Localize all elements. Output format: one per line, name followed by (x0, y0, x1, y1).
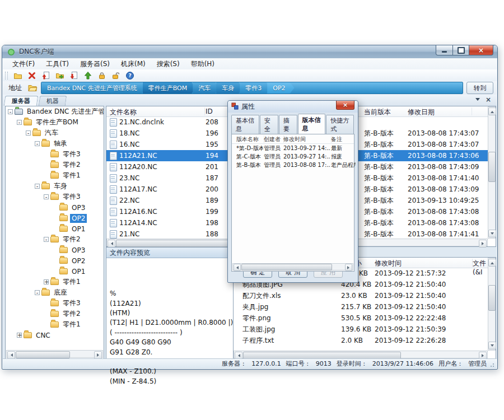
tree-node[interactable]: - 车身 (6, 181, 104, 192)
minimize-button[interactable] (436, 45, 453, 55)
new-folder-icon[interactable] (13, 71, 23, 80)
go-button[interactable]: 转到 (466, 82, 493, 94)
tree-expander[interactable] (53, 216, 58, 221)
tree-node[interactable]: + 零件1 (6, 277, 104, 287)
tree-expander[interactable] (44, 152, 49, 157)
tree-expander[interactable]: - (44, 237, 49, 242)
tree-node[interactable]: - 底座 (6, 287, 104, 298)
breadcrumb-segment[interactable]: 汽车 (193, 82, 220, 94)
version-row[interactable]: *第-D-版本 管理员 2013-09-27 14:... 最新 (232, 144, 354, 152)
tree-node[interactable]: - 零件3 (6, 192, 104, 202)
tree-node[interactable]: OP2 (6, 213, 104, 223)
version-row[interactable]: 第-B-版本 管理员 2013-08-08 17:... 老产品程序 (232, 161, 354, 169)
column-modify-time[interactable]: 修改时间 (283, 136, 332, 143)
help-icon[interactable]: ? (125, 71, 135, 80)
resize-grip[interactable] (490, 362, 496, 367)
tree-expander[interactable] (44, 301, 49, 306)
dialog-tab[interactable]: 版本信息 (298, 114, 326, 134)
breadcrumb-segment[interactable]: 车身 (216, 82, 243, 94)
attachments-hscrollbar[interactable] (234, 351, 488, 358)
breadcrumb-segment[interactable]: 零件3 (240, 82, 270, 94)
menu-item[interactable]: 搜索(S) (152, 58, 185, 70)
close-button[interactable]: × (469, 45, 493, 55)
close-panel-icon[interactable]: × (486, 96, 491, 103)
tree-node[interactable]: - 轴承 (6, 138, 104, 149)
tree-node[interactable]: - 零件2 (6, 234, 104, 245)
tree-node[interactable]: + CNC (6, 330, 104, 340)
menu-item[interactable]: 机床(M) (116, 58, 151, 70)
tree-node[interactable]: - Bandex DNC 先进生产管理系统 (6, 106, 104, 117)
tree-expander[interactable]: - (17, 120, 22, 125)
menu-item[interactable]: 帮助(H) (186, 58, 220, 70)
tree-node[interactable]: 零件2 (6, 160, 104, 170)
tree-node[interactable]: - 汽车 (6, 128, 104, 138)
tree-expander[interactable]: - (35, 290, 40, 295)
attachment-row[interactable]: 夹具.jpg 215.7 KB 2013-09-12 21:50:40 (234, 301, 488, 312)
title-bar[interactable]: DNC客户端 (2, 45, 497, 58)
menu-item[interactable]: 工具(T) (41, 58, 74, 70)
maximize-button[interactable] (453, 45, 469, 55)
tree-expander[interactable] (53, 258, 58, 263)
tree-node[interactable]: OP3 (6, 245, 104, 255)
panel-tab[interactable]: 机器 (39, 96, 67, 106)
dialog-tab[interactable]: 快捷方式 (326, 115, 354, 134)
column-version-name[interactable]: 版本名称 (236, 136, 264, 143)
tree-hscrollbar[interactable] (6, 350, 103, 358)
column-modified-date[interactable]: 修改日期 (408, 108, 472, 115)
tree-expander[interactable]: - (35, 184, 40, 189)
lock-icon[interactable] (97, 71, 107, 80)
tree-expander[interactable]: + (44, 279, 49, 284)
attachments-vscrollbar[interactable] (488, 258, 496, 351)
check-in-file-icon[interactable] (41, 71, 51, 80)
tree-expander[interactable] (53, 226, 58, 231)
tree-node[interactable]: 零件3 (6, 149, 104, 160)
breadcrumb-segment[interactable]: Bandex DNC 先进生产管理系统 (41, 82, 146, 94)
tree-node[interactable]: OP2 (6, 255, 104, 266)
breadcrumb-segment[interactable]: OP2 (267, 82, 294, 94)
unlock-icon[interactable] (111, 71, 121, 80)
column-note[interactable]: 备注 (331, 136, 355, 143)
breadcrumb-segment[interactable]: 零件生产BOM (143, 82, 197, 94)
tree-expander[interactable] (44, 173, 49, 178)
tree-expander[interactable]: - (26, 130, 31, 136)
tree-expander[interactable] (53, 205, 58, 210)
upload-icon[interactable] (83, 71, 93, 80)
file-list-vscrollbar[interactable] (488, 106, 496, 239)
tree-expander[interactable] (44, 162, 49, 167)
menu-item[interactable]: 服务器(S) (75, 58, 115, 70)
tree-node[interactable]: 零件2 (6, 309, 104, 319)
tree-node[interactable]: 零件1 (6, 319, 104, 330)
check-out-file-icon[interactable] (69, 71, 79, 80)
tree-expander[interactable] (53, 269, 58, 274)
tree-expander[interactable] (44, 322, 49, 327)
menu-item[interactable]: 文件(F) (7, 58, 40, 70)
tree-expander[interactable]: - (44, 194, 49, 199)
tree-expander[interactable]: + (17, 333, 22, 338)
dialog-tab[interactable]: 基本信息 (231, 115, 259, 134)
tree-node[interactable]: - 零件生产BOM (6, 117, 104, 128)
delete-icon[interactable] (27, 71, 37, 80)
dialog-tab[interactable]: 安全 (260, 115, 278, 134)
send-to-folder-icon[interactable] (55, 71, 65, 80)
version-list-hscrollbar[interactable] (232, 263, 353, 270)
dialog-close-button[interactable]: × (336, 101, 354, 110)
tree-node[interactable]: OP1 (6, 223, 104, 234)
version-row[interactable]: 第-C-版本 管理员 2013-09-27 14:... 报废 (232, 152, 354, 161)
tree-expander[interactable] (53, 248, 58, 253)
column-modified-time[interactable]: 修改时间 (375, 259, 473, 267)
dialog-tab[interactable]: 摘要 (279, 115, 297, 134)
column-creator[interactable]: 创建者 (264, 136, 284, 143)
tree-node[interactable]: 零件3 (6, 298, 104, 309)
toolbar-grip[interactable] (5, 72, 8, 80)
tree-node[interactable]: OP3 (6, 202, 104, 213)
attachment-row[interactable]: 子程序.txt 2.0 KB 2013-09-12 22:26:28 (234, 335, 488, 346)
attachment-row[interactable]: 工装图.jpg 139.6 KB 2013-09-12 21:50:39 (234, 324, 488, 335)
panel-tab[interactable]: 服务器 (4, 96, 39, 106)
tree-node[interactable]: 零件1 (6, 170, 104, 181)
chevron-down-icon[interactable] (475, 98, 480, 103)
column-file-name[interactable]: 文件名称 (110, 108, 205, 115)
tree-node[interactable]: OP1 (6, 266, 104, 277)
tree-expander[interactable] (44, 311, 49, 316)
attachment-row[interactable]: 配刀文件.xls 23.0 KB 2013-09-12 21:50:40 (234, 290, 488, 301)
attachment-row[interactable]: 零件.png 530.5 KB 2013-09-12 22:22:48 (234, 312, 488, 324)
